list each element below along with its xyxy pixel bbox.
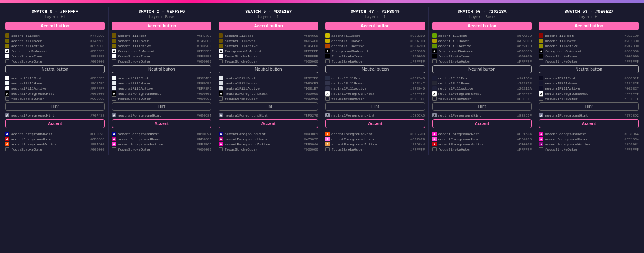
color-row: AaccentForegroundHover#FF74E9: [325, 137, 425, 141]
accent-button[interactable]: Accent button: [325, 22, 425, 30]
color-row: neutralFillRest#1A1B34: [432, 76, 532, 80]
swatch-column-swatch53: SWATCH 53 - #0E0E27Layer: +1Accent butto…: [535, 7, 642, 155]
token-value: #000000: [82, 148, 105, 151]
color-row: focusStrokeOuter#000000: [219, 147, 318, 151]
token-value: #989CAD: [403, 114, 425, 117]
color-row: AneutralForegroundRest#FFFFFF: [539, 91, 639, 96]
fill-swatch-icon: [539, 39, 543, 43]
hint-button[interactable]: Hint: [432, 102, 532, 111]
accent-text-button[interactable]: Accent: [325, 119, 425, 128]
hint-button[interactable]: Hint: [5, 102, 105, 111]
accent-text-button[interactable]: Accent: [539, 119, 639, 128]
token-value: #CB000F: [509, 142, 532, 146]
fill-swatch-icon: [112, 54, 116, 58]
accent-button[interactable]: Accent button: [539, 22, 639, 30]
color-row: AaccentForegroundHover#FF16C4: [539, 137, 639, 141]
swatch-column-swatch0: SWATCH 0 - #FFFFFFLayer: +1Accent button…: [2, 7, 109, 155]
fill-swatch-icon: [539, 76, 543, 80]
foreground-icon: A: [219, 91, 223, 96]
fill-swatch-icon: [5, 81, 9, 85]
accent-text-button[interactable]: Accent: [112, 119, 212, 128]
token-label: neutralFillHover: [331, 81, 401, 85]
token-label: accentFillActive: [438, 44, 508, 48]
foreground-icon: A: [112, 142, 116, 146]
neutral-button[interactable]: Neutral button: [539, 65, 639, 73]
color-row: focusStrokeOuter#FFFFFF: [325, 59, 425, 63]
fill-swatch-icon: [325, 44, 330, 48]
stroke-outer-icon: [432, 96, 437, 101]
token-value: #CDBC00: [403, 34, 425, 38]
token-label: accentFillHover: [331, 39, 401, 43]
token-label: neutralForegroundHint: [331, 114, 401, 117]
neutral-button[interactable]: Neutral button: [432, 65, 532, 73]
color-row: neutralFillHover#262735: [432, 81, 532, 85]
neutral-button[interactable]: Neutral button: [325, 65, 425, 73]
accent-button[interactable]: Accent button: [219, 22, 318, 30]
accent-text-button[interactable]: Accent: [219, 119, 318, 128]
color-row: focusStrokeOuter#FFFFFF: [325, 96, 425, 101]
token-value: #6C5400: [296, 39, 318, 43]
token-value: #9E8C00: [617, 39, 639, 43]
token-value: #67A600: [509, 34, 532, 38]
token-label: focusStrokeOuter: [331, 60, 401, 63]
token-label: focusStrokeInner: [545, 54, 615, 58]
token-value: #EB00AA: [617, 132, 639, 136]
color-row: AaccentForegroundActive#CB000F: [432, 142, 532, 146]
fill-swatch-icon: [5, 86, 9, 90]
accent-button[interactable]: Accent button: [5, 22, 105, 30]
stroke-outer-icon: [432, 59, 437, 63]
token-value: #EFF3F6: [189, 87, 211, 90]
hint-button[interactable]: Hint: [219, 102, 318, 111]
token-value: #000000: [296, 148, 318, 151]
fill-swatch-icon: [432, 81, 437, 85]
token-label: neutralForegroundHint: [118, 114, 188, 117]
token-value: #664C00: [296, 34, 318, 38]
token-value: #FFFFFF: [617, 92, 639, 96]
accent-button[interactable]: Accent button: [432, 22, 532, 30]
token-label: neutralForegroundHint: [225, 114, 294, 117]
color-row: AneutralForegroundHint#777892: [539, 113, 639, 117]
token-label: neutralForegroundHint: [545, 114, 615, 117]
neutral-button[interactable]: Neutral button: [5, 65, 105, 73]
token-label: focusStrokeOuter: [118, 148, 188, 151]
fill-swatch-icon: [112, 86, 116, 90]
foreground-icon: A: [112, 137, 116, 141]
foreground-icon: A: [539, 91, 543, 96]
hint-button[interactable]: Hint: [325, 102, 425, 111]
color-row: neutralFillHover#F6FAFC: [5, 81, 105, 85]
token-label: accentFillActive: [118, 44, 188, 48]
stroke-outer-icon: [432, 147, 437, 151]
token-value: #000000: [82, 97, 105, 101]
fill-swatch-icon: [219, 86, 223, 90]
token-label: neutralFillHover: [118, 81, 188, 85]
neutral-button[interactable]: Neutral button: [219, 65, 318, 73]
token-label: accentForegroundActive: [118, 142, 188, 146]
color-row: AneutralForegroundHint#696C84: [112, 113, 212, 117]
token-label: foregroundOnAccent: [438, 49, 508, 53]
color-row: neutralFillActive#FFFFFF: [5, 86, 105, 90]
accent-text-button[interactable]: Accent: [5, 119, 105, 128]
hint-button[interactable]: Hint: [539, 102, 639, 111]
layer-label: Layer: -1: [219, 15, 318, 19]
accent-button[interactable]: Accent button: [112, 22, 212, 30]
token-value: #E3E7EC: [296, 76, 318, 80]
color-row: neutralFillRest#F6FAFC: [112, 76, 212, 80]
color-row: focusStrokeOuter#000000: [112, 59, 212, 63]
token-value: #E8ECF0: [189, 81, 211, 85]
accent-text-button[interactable]: Accent: [432, 119, 532, 128]
fill-swatch-icon: [219, 44, 223, 48]
token-value: #FFFFFF: [403, 92, 425, 96]
foreground-icon: A: [432, 91, 437, 96]
neutral-button[interactable]: Neutral button: [112, 65, 212, 73]
token-value: #BF0086: [189, 137, 211, 141]
token-value: #000000: [189, 92, 211, 96]
hint-button[interactable]: Hint: [112, 102, 212, 111]
token-value: #000000: [296, 60, 318, 63]
stroke-outer-icon: [325, 59, 330, 63]
token-value: #262735: [509, 81, 532, 85]
token-label: focusStrokeInner: [118, 54, 188, 58]
foreground-icon: A: [325, 91, 330, 96]
color-row: AaccentForegroundHover#FF49D8: [432, 137, 532, 141]
color-row: AaccentForegroundActive#EB00AA: [219, 142, 318, 146]
color-row: neutralFillHover#15152E: [539, 81, 639, 85]
